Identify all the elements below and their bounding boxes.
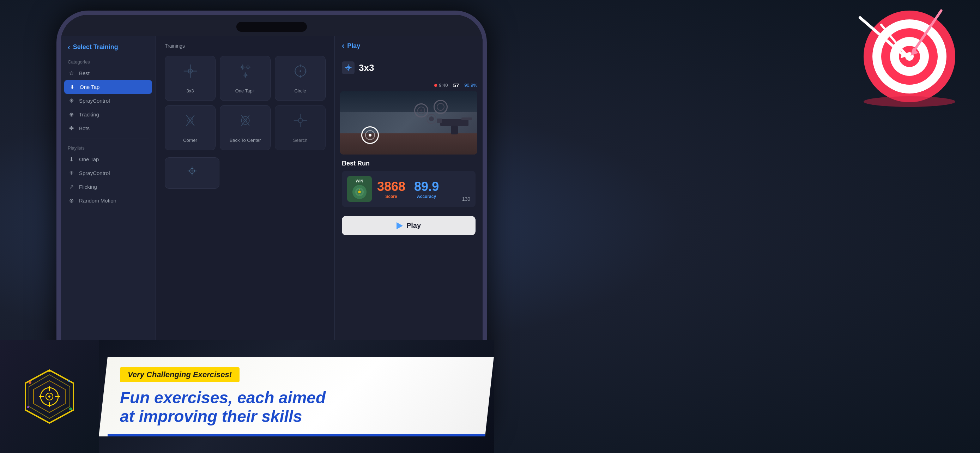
promo-banner: Very Challenging Exercises! Fun exercise… bbox=[0, 340, 494, 453]
playlist-one-tap-icon: ⬇ bbox=[68, 156, 75, 163]
sidebar-item-spray-control[interactable]: ✳ SprayControl bbox=[60, 94, 156, 108]
sidebar-playlist-label-spray: SprayControl bbox=[79, 170, 110, 176]
svg-point-18 bbox=[299, 70, 301, 72]
svg-rect-41 bbox=[451, 126, 458, 134]
back-nav-button[interactable]: ‹ Select Training bbox=[60, 43, 156, 56]
svg-point-48 bbox=[361, 192, 362, 192]
circle-icon bbox=[293, 63, 308, 85]
accuracy-value: 89.9 bbox=[414, 179, 439, 194]
playlist-spray-icon: ✳ bbox=[68, 170, 75, 176]
sidebar-playlist-random[interactable]: ⊛ Random Motion bbox=[60, 194, 156, 207]
sidebar-playlist-one-tap[interactable]: ⬇ One Tap bbox=[60, 153, 156, 166]
play-button[interactable]: Play bbox=[342, 216, 476, 235]
promo-headline-line2: at improving their skills bbox=[120, 407, 473, 426]
play-button-label: Play bbox=[406, 222, 421, 230]
preview-area bbox=[340, 91, 477, 154]
run-count: 130 bbox=[462, 196, 470, 202]
score-sublabel: Score bbox=[385, 194, 397, 199]
training-card-circle[interactable]: Circle bbox=[275, 56, 326, 101]
playlist-random-icon: ⊛ bbox=[68, 197, 75, 204]
sidebar-playlist-flicking[interactable]: ↗ Flicking bbox=[60, 180, 156, 194]
svg-point-64 bbox=[69, 407, 72, 410]
one-tap-icon: ⬇ bbox=[68, 84, 75, 90]
promo-tagline-text: Very Challenging Exercises! bbox=[128, 370, 232, 379]
sidebar-label-best: Best bbox=[79, 70, 90, 76]
best-run-section: Best Run WIN bbox=[335, 154, 483, 211]
sidebar-label-spray: SprayControl bbox=[79, 98, 110, 104]
stat-time-value: 9:40 bbox=[439, 83, 448, 88]
score-area: 3868 Score 89.9 Accuracy bbox=[377, 179, 439, 199]
sidebar-item-tracking[interactable]: ⊕ Tracking bbox=[60, 108, 156, 121]
sidebar-playlist-label-one-tap: One Tap bbox=[79, 156, 99, 162]
training-card-3x3[interactable]: 3x3 bbox=[165, 56, 216, 101]
gun-area bbox=[433, 112, 476, 140]
training-card-search[interactable]: Search bbox=[275, 105, 326, 150]
svg-point-56 bbox=[48, 396, 51, 397]
svg-point-50 bbox=[357, 192, 358, 192]
training-icon-badge bbox=[342, 61, 355, 74]
stat-accuracy-value: 90.9% bbox=[464, 83, 477, 88]
target-ring-2 bbox=[434, 100, 448, 114]
medal-icon bbox=[352, 185, 366, 199]
corner-label: Corner bbox=[183, 138, 197, 143]
3x3-label: 3x3 bbox=[187, 88, 194, 94]
time-dot bbox=[434, 84, 437, 87]
svg-point-62 bbox=[68, 380, 70, 382]
sidebar-playlist-label-flicking: Flicking bbox=[79, 184, 97, 190]
svg-point-65 bbox=[48, 370, 51, 372]
one-tap-plus-label: One Tap+ bbox=[235, 88, 255, 94]
promo-headline-line1: Fun exercises, each aimed bbox=[120, 388, 473, 407]
star-icon: ☆ bbox=[68, 70, 75, 76]
score-item-accuracy: 89.9 Accuracy bbox=[414, 179, 439, 199]
training-card-corner[interactable]: Corner bbox=[165, 105, 216, 150]
sidebar-playlist-spray[interactable]: ✳ SprayControl bbox=[60, 166, 156, 180]
promo-headline: Fun exercises, each aimed at improving t… bbox=[120, 388, 473, 426]
trainings-header: Trainings bbox=[156, 36, 334, 52]
panel-back-label: Play bbox=[347, 42, 360, 50]
score-item-points: 3868 Score bbox=[377, 179, 405, 199]
training-card-one-tap-plus[interactable]: One Tap+ bbox=[220, 56, 270, 101]
spray-icon: ✳ bbox=[68, 97, 75, 104]
sidebar-item-one-tap[interactable]: ⬇ One Tap bbox=[64, 80, 152, 94]
play-triangle-icon bbox=[396, 222, 403, 229]
svg-point-49 bbox=[359, 194, 360, 195]
svg-point-3 bbox=[190, 71, 191, 72]
hexagon-logo bbox=[21, 368, 78, 425]
svg-point-61 bbox=[29, 381, 32, 384]
sidebar-item-best[interactable]: ☆ Best bbox=[60, 66, 156, 80]
svg-rect-42 bbox=[437, 119, 442, 123]
svg-point-77 bbox=[864, 96, 955, 107]
accuracy-sublabel: Accuracy bbox=[417, 194, 436, 199]
promo-logo-area bbox=[0, 340, 99, 453]
training-card-random-motion[interactable] bbox=[165, 157, 220, 189]
svg-point-46 bbox=[359, 191, 360, 192]
bots-icon: ✤ bbox=[68, 125, 75, 132]
target-ring-1 bbox=[414, 103, 428, 118]
sidebar-playlist-label-random: Random Motion bbox=[79, 197, 116, 203]
promo-text-area: Very Challenging Exercises! Fun exercise… bbox=[99, 357, 494, 436]
svg-point-63 bbox=[27, 406, 29, 408]
training-title-row: 3x3 bbox=[335, 56, 483, 79]
tracking-icon: ⊕ bbox=[68, 111, 75, 118]
back-to-center-label: Back To Center bbox=[230, 138, 261, 143]
panel-header[interactable]: ‹ Play bbox=[335, 36, 483, 56]
one-tap-plus-icon bbox=[237, 63, 253, 85]
svg-point-27 bbox=[245, 120, 246, 121]
corner-icon bbox=[182, 113, 198, 134]
preview-target-large bbox=[361, 126, 379, 144]
stat-accuracy: 90.9% bbox=[464, 83, 477, 88]
preview-scene bbox=[340, 91, 477, 154]
training-card-back-to-center[interactable]: Back To Center bbox=[220, 105, 270, 150]
search-icon bbox=[293, 113, 308, 134]
stat-score-value: 57 bbox=[453, 82, 459, 88]
categories-section-label: Categories bbox=[60, 56, 156, 66]
best-run-label: Best Run bbox=[342, 160, 476, 167]
back-to-center-icon bbox=[237, 113, 253, 134]
search-label: Search bbox=[293, 138, 307, 143]
blue-accent-bar bbox=[108, 434, 494, 436]
sidebar-label-one-tap: One Tap bbox=[80, 84, 99, 90]
training-name: 3x3 bbox=[359, 62, 374, 73]
sidebar-item-bots[interactable]: ✤ Bots bbox=[60, 121, 156, 135]
back-nav-label: Select Training bbox=[73, 43, 118, 51]
3x3-icon bbox=[182, 63, 198, 85]
